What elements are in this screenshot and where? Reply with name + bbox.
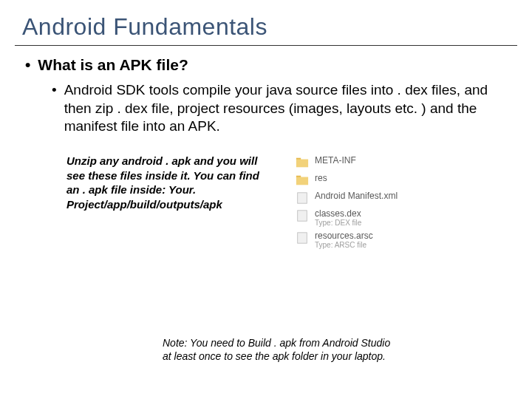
- svg-rect-6: [298, 233, 307, 243]
- bullet-dot: •: [52, 81, 57, 136]
- list-item: classes.dex Type: DEX file: [296, 207, 429, 229]
- list-item: resources.arsc Type: ARSC file: [296, 229, 429, 251]
- svg-rect-4: [298, 193, 307, 203]
- mid-content-row: Unzip any android . apk and you will see…: [0, 154, 532, 251]
- apk-file-listing: META-INF res Android Manifest.xml c: [296, 154, 429, 251]
- file-name: Android Manifest.xml: [315, 191, 398, 201]
- svg-rect-3: [296, 177, 308, 185]
- file-name: classes.dex: [315, 209, 361, 219]
- file-name: res: [315, 174, 327, 183]
- file-name: resources.arsc: [315, 231, 373, 241]
- title-divider: [15, 45, 517, 46]
- svg-rect-5: [298, 211, 307, 221]
- list-item: res: [296, 171, 429, 189]
- file-name: META-INF: [315, 156, 356, 166]
- file-type: Type: ARSC file: [315, 241, 373, 249]
- bullet-dot: •: [25, 56, 30, 74]
- svg-rect-1: [296, 160, 308, 168]
- unzip-tip: Unzip any android . apk and you will see…: [66, 154, 273, 251]
- file-icon: [296, 231, 309, 245]
- list-item: Android Manifest.xml: [296, 189, 429, 207]
- bullet-level-1: • What is an APK file?: [0, 53, 532, 78]
- bullet-level-2: • Android SDK tools compile your java so…: [0, 78, 532, 140]
- slide-title: Android Fundamentals: [0, 0, 532, 45]
- folder-icon: [296, 156, 309, 169]
- folder-icon: [296, 174, 309, 187]
- file-icon: [296, 209, 309, 222]
- bullet-1-text: What is an APK file?: [38, 56, 188, 74]
- bullet-2-text: Android SDK tools compile your java sour…: [64, 81, 495, 136]
- file-icon: [296, 191, 309, 205]
- file-type: Type: DEX file: [315, 219, 361, 227]
- build-note: Note: You need to Build . apk from Andro…: [163, 336, 392, 363]
- list-item: META-INF: [296, 154, 429, 171]
